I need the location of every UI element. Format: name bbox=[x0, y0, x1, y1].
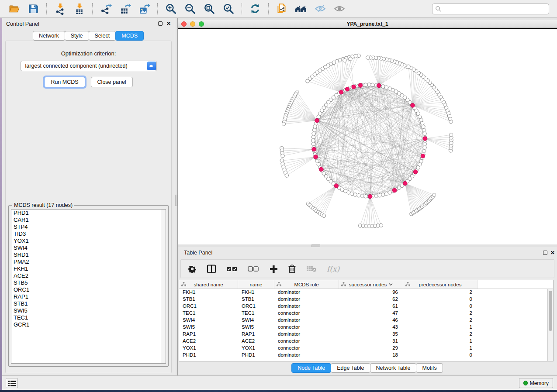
zoom-fit-icon[interactable] bbox=[203, 2, 216, 15]
table-scrollbar[interactable] bbox=[547, 289, 553, 361]
table-panel: Table Panel ✕ f(x) shared namenameMCDS r… bbox=[178, 247, 557, 375]
hide-selected-icon[interactable] bbox=[314, 2, 327, 15]
mcds-result-item[interactable]: RAP1 bbox=[11, 293, 166, 300]
mcds-result-item[interactable]: PMA2 bbox=[11, 258, 166, 265]
table-scrollbar-thumb[interactable] bbox=[549, 291, 552, 331]
zoom-selected-icon[interactable] bbox=[222, 2, 235, 15]
search-input[interactable] bbox=[432, 3, 549, 14]
tab-style[interactable]: Style bbox=[65, 31, 89, 41]
table-row[interactable]: YOX1YOX1connector291 bbox=[179, 345, 553, 352]
control-panel: Control Panel ✕ NetworkStyleSelectMCDS O… bbox=[2, 18, 175, 375]
mcds-result-item[interactable]: ACE2 bbox=[11, 272, 166, 279]
mcds-result-list[interactable]: PHD1CAR1STP4TID3YOX1SWI4SRD1PMA2FKH1ACE2… bbox=[11, 209, 166, 364]
table-row[interactable]: PHD1PHD1dominator180 bbox=[179, 352, 553, 359]
mcds-result-item[interactable]: PHD1 bbox=[11, 210, 166, 217]
select-stepper-icon bbox=[147, 62, 156, 70]
function-builder-icon: f(x) bbox=[327, 265, 339, 273]
export-image-icon[interactable] bbox=[138, 2, 151, 15]
column-header-predecessor-nodes[interactable]: predecessor nodes bbox=[403, 280, 477, 289]
table-cell: RAP1 bbox=[238, 331, 274, 338]
import-network-icon[interactable] bbox=[53, 2, 66, 15]
table-row[interactable]: SWI5SWI5connector431 bbox=[179, 324, 553, 331]
close-table-panel-icon[interactable]: ✕ bbox=[550, 250, 555, 255]
export-table-icon[interactable] bbox=[118, 2, 131, 15]
zoom-out-icon[interactable] bbox=[183, 2, 197, 15]
first-neighbors-icon[interactable] bbox=[294, 2, 308, 15]
tab-mcds[interactable]: MCDS bbox=[115, 31, 144, 41]
table-cell: dominator bbox=[274, 352, 339, 359]
table-row[interactable]: ORC1ORC1dominator610 bbox=[179, 303, 553, 310]
deselect-all-icon[interactable] bbox=[248, 265, 259, 272]
table-row[interactable]: SWI4SWI4dominator462 bbox=[179, 317, 553, 324]
table-cell: 46 bbox=[339, 317, 403, 324]
float-panel-icon[interactable] bbox=[158, 21, 163, 26]
split-table-icon[interactable] bbox=[207, 265, 216, 273]
save-session-icon[interactable] bbox=[27, 2, 40, 15]
mcds-result-item[interactable]: FKH1 bbox=[11, 265, 166, 272]
mcds-list-scrollbar[interactable] bbox=[161, 210, 166, 363]
tab-network[interactable]: Network bbox=[33, 31, 65, 41]
run-mcds-button[interactable]: Run MCDS bbox=[44, 77, 85, 87]
mcds-result-item[interactable]: YOX1 bbox=[11, 237, 166, 244]
mcds-result-item[interactable]: SWI5 bbox=[11, 307, 166, 314]
table-cell: YOX1 bbox=[238, 345, 274, 352]
table-cell: SWI5 bbox=[238, 324, 274, 331]
float-table-panel-icon[interactable] bbox=[543, 251, 547, 255]
tab-motifs[interactable]: Motifs bbox=[416, 363, 443, 373]
memory-button[interactable]: Memory bbox=[519, 378, 553, 388]
refresh-styles-icon[interactable] bbox=[249, 2, 262, 15]
add-column-icon[interactable] bbox=[269, 265, 278, 273]
mcds-result-item[interactable]: TID3 bbox=[11, 230, 166, 237]
network-window-titlebar[interactable]: YPA_prune.txt_1 bbox=[178, 20, 557, 28]
table-cell: STB1 bbox=[238, 296, 274, 303]
mcds-result-item[interactable]: SRD1 bbox=[11, 251, 166, 258]
tab-network-table[interactable]: Network Table bbox=[370, 363, 417, 373]
gear-icon[interactable] bbox=[188, 265, 197, 273]
select-all-icon[interactable] bbox=[226, 265, 238, 272]
table-cell: 2 bbox=[403, 331, 477, 338]
vertical-splitter-handle[interactable] bbox=[175, 195, 177, 206]
vertical-splitter[interactable] bbox=[175, 18, 178, 375]
table-cell: connector bbox=[274, 338, 339, 345]
task-history-button[interactable] bbox=[6, 378, 18, 388]
mcds-result-item[interactable]: GCR1 bbox=[11, 321, 166, 328]
column-header-name[interactable]: name bbox=[238, 280, 274, 289]
close-panel-button[interactable]: Close panel bbox=[91, 77, 133, 87]
table-row[interactable]: RAP1RAP1dominator352 bbox=[179, 331, 553, 338]
mcds-result-item[interactable]: ORC1 bbox=[11, 286, 166, 293]
show-all-icon[interactable] bbox=[333, 2, 346, 15]
mcds-result-item[interactable]: CAR1 bbox=[11, 217, 166, 224]
import-table-icon[interactable] bbox=[73, 2, 86, 15]
table-row[interactable]: FKH1FKH1dominator962 bbox=[179, 289, 553, 296]
mcds-result-item[interactable]: STB1 bbox=[11, 300, 166, 307]
clone-network-icon[interactable] bbox=[275, 2, 288, 15]
mcds-result-item[interactable]: STP4 bbox=[11, 224, 166, 230]
optimization-criterion-value: largest connected component (undirected) bbox=[25, 63, 128, 69]
node-table: shared namenameMCDS rolesuccessor nodesp… bbox=[179, 280, 554, 361]
export-network-icon[interactable] bbox=[99, 2, 112, 15]
table-cell: 2 bbox=[403, 310, 477, 317]
mcds-result-item[interactable]: STB5 bbox=[11, 279, 166, 286]
tab-edge-table[interactable]: Edge Table bbox=[331, 363, 370, 373]
column-header-successor-nodes[interactable]: successor nodes bbox=[339, 280, 403, 289]
toolbar-separator bbox=[92, 3, 93, 14]
mcds-result-item[interactable]: TEC1 bbox=[11, 314, 166, 321]
tab-node-table[interactable]: Node Table bbox=[291, 363, 331, 373]
table-cell: TEC1 bbox=[238, 310, 274, 317]
control-panel-header: Control Panel ✕ bbox=[2, 18, 175, 29]
mcds-result-item[interactable]: SWI4 bbox=[11, 244, 166, 251]
trash-icon[interactable] bbox=[288, 264, 296, 273]
close-panel-icon[interactable]: ✕ bbox=[166, 21, 171, 26]
column-label: MCDS role bbox=[294, 282, 318, 287]
open-file-icon[interactable] bbox=[7, 2, 21, 15]
optimization-criterion-select[interactable]: largest connected component (undirected) bbox=[21, 61, 157, 71]
column-header-shared-name[interactable]: shared name bbox=[179, 280, 238, 289]
zoom-in-icon[interactable] bbox=[164, 2, 177, 15]
table-cell: SWI4 bbox=[179, 317, 238, 324]
network-canvas[interactable] bbox=[178, 28, 557, 244]
table-row[interactable]: STB1STB1dominator620 bbox=[179, 296, 553, 303]
tab-select[interactable]: Select bbox=[89, 31, 116, 41]
column-header-mcds-role[interactable]: MCDS role bbox=[274, 280, 339, 289]
table-row[interactable]: ACE2ACE2connector311 bbox=[179, 338, 553, 345]
table-row[interactable]: TEC1TEC1connector472 bbox=[179, 310, 553, 317]
